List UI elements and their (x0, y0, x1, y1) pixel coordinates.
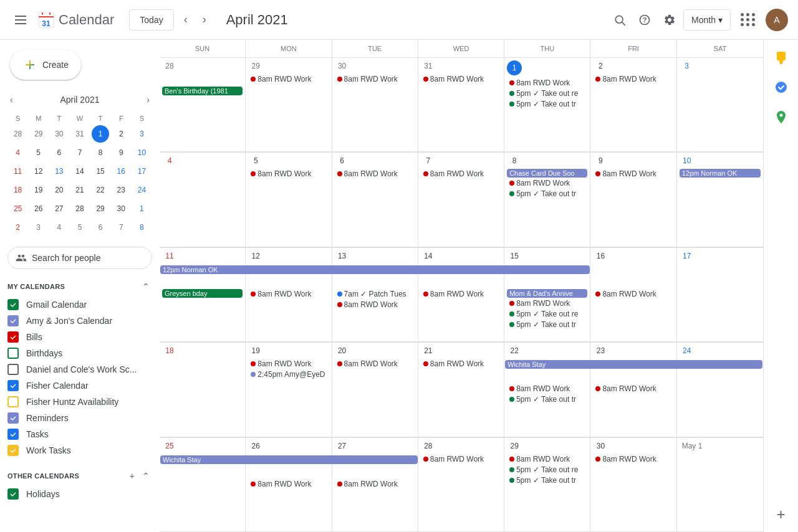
mini-day-6[interactable]: 6 (50, 144, 68, 161)
cell-apr14[interactable]: 14 8am RWD Work (418, 248, 504, 342)
mini-day-8[interactable]: 8 (92, 144, 109, 161)
event-rwd-apr22[interactable]: 8am RWD Work (507, 384, 587, 394)
date-apr9[interactable]: 9 (593, 155, 608, 166)
mini-day-30[interactable]: 30 (112, 200, 130, 217)
google-keep-button[interactable] (769, 45, 794, 70)
mini-day-5[interactable]: 5 (30, 144, 47, 161)
birthdays-checkbox[interactable] (7, 348, 19, 359)
reminders-checkbox[interactable] (7, 412, 19, 424)
date-apr3[interactable]: 3 (680, 60, 695, 72)
mini-day-28-mar[interactable]: 28 (9, 125, 27, 143)
mini-day-4[interactable]: 4 (9, 144, 27, 161)
mini-day-26[interactable]: 26 (30, 200, 47, 217)
other-cal-item-1[interactable]: Holidays (0, 486, 152, 502)
event-rwd-apr29[interactable]: 8am RWD Work (507, 454, 587, 464)
mini-day-30-mar[interactable]: 30 (50, 125, 68, 143)
mini-day-27[interactable]: 27 (50, 200, 68, 217)
cell-apr11[interactable]: 11 Greysen bday (160, 248, 246, 342)
mini-day-31-mar[interactable]: 31 (71, 125, 89, 143)
date-apr29[interactable]: 29 (507, 440, 522, 452)
cell-apr16[interactable]: 16 8am RWD Work (590, 248, 676, 342)
cal-item-fisher-huntz[interactable]: Fisher Huntz Availability (0, 394, 152, 410)
mini-day-17[interactable]: 17 (133, 163, 150, 180)
cal-item-work-tasks[interactable]: Work Tasks (0, 442, 152, 458)
other-calendars-toggle[interactable]: ⌃ (140, 468, 152, 483)
event-chase-card[interactable]: Chase Card Due Soo (507, 169, 587, 178)
event-takeout-apr1-1[interactable]: 5pm ✓ Take out re (507, 88, 587, 98)
cell-may1[interactable]: May 1 (677, 438, 763, 532)
event-mom-dad-anniversary[interactable]: Mom & Dad's Annive (507, 289, 587, 298)
event-rwd-apr28[interactable]: 8am RWD Work (421, 454, 501, 464)
cell-apr23[interactable]: 23 8am RWD Work (590, 343, 676, 437)
date-mar30[interactable]: 30 (335, 60, 350, 72)
event-takeout-apr15-1[interactable]: 5pm ✓ Take out re (507, 309, 587, 319)
cell-apr7[interactable]: 7 8am RWD Work (418, 153, 504, 247)
search-button[interactable] (608, 9, 631, 31)
mini-day-6-may[interactable]: 6 (92, 219, 109, 236)
cell-apr28[interactable]: 28 8am RWD Work (418, 438, 504, 532)
event-takeout-apr29-2[interactable]: 5pm ✓ Take out tr (507, 475, 587, 485)
date-apr21[interactable]: 21 (421, 345, 436, 356)
date-apr14[interactable]: 14 (421, 250, 436, 262)
event-rwd-mar29[interactable]: 8am RWD Work (248, 74, 329, 84)
event-patch-tue[interactable]: 7am ✓ Patch Tues (335, 289, 415, 299)
mini-prev-btn[interactable]: ‹ (7, 92, 16, 107)
event-rwd-apr9[interactable]: 8am RWD Work (593, 169, 673, 179)
cell-apr3[interactable]: 3 (677, 58, 763, 152)
date-apr5[interactable]: 5 (248, 155, 263, 166)
prev-month-button[interactable]: ‹ (179, 8, 193, 31)
event-norman-ok-10[interactable]: 12pm Norman OK (680, 169, 761, 178)
mini-day-3-may[interactable]: 3 (30, 219, 47, 236)
cell-apr22[interactable]: 22 8am RWD Work 5pm ✓ Take out tr (504, 343, 590, 437)
event-takeout-apr15-2[interactable]: 5pm ✓ Take out tr (507, 320, 587, 330)
add-sidebar-button[interactable]: + (769, 502, 794, 527)
date-mar31[interactable]: 31 (421, 60, 436, 72)
cal-item-fisher[interactable]: Fisher Calendar (0, 378, 152, 394)
date-apr24[interactable]: 24 (680, 345, 695, 356)
fisher-checkbox[interactable] (7, 380, 19, 391)
mini-day-29-mar[interactable]: 29 (30, 125, 47, 143)
event-takeout-apr1-2[interactable]: 5pm ✓ Take out tr (507, 99, 587, 109)
cell-apr12[interactable]: 12 8am RWD Work (246, 248, 332, 342)
add-other-calendars-btn[interactable]: + (127, 468, 137, 483)
event-rwd-apr20[interactable]: 8am RWD Work (335, 359, 415, 369)
cell-apr17[interactable]: 17 (677, 248, 763, 342)
date-apr19[interactable]: 19 (248, 345, 263, 356)
apps-button[interactable] (733, 6, 763, 34)
fisher-huntz-checkbox[interactable] (7, 396, 19, 407)
cell-apr1[interactable]: 1 8am RWD Work 5pm ✓ Take out re 5pm ✓ T… (504, 58, 590, 152)
event-takeout-apr22[interactable]: 5pm ✓ Take out tr (507, 394, 587, 404)
cal-item-amy[interactable]: Amy & Jon's Calendar (0, 313, 152, 329)
mini-day-22[interactable]: 22 (92, 181, 109, 199)
event-rwd-apr2[interactable]: 8am RWD Work (593, 74, 673, 84)
other-cal-checkbox-1[interactable] (7, 488, 19, 500)
event-bens-birthday[interactable]: Ben's Birthday (1981 (162, 87, 243, 95)
event-greysen-bday[interactable]: Greysen bday (162, 289, 243, 298)
event-rwd-apr8[interactable]: 8am RWD Work (507, 178, 587, 188)
cell-apr19[interactable]: 19 8am RWD Work 2:45pm Amy@EyeD (246, 343, 332, 437)
event-rwd-apr7[interactable]: 8am RWD Work (421, 169, 501, 179)
my-calendars-header[interactable]: My calendars ⌃ (0, 274, 160, 297)
mini-day-24[interactable]: 24 (133, 181, 150, 199)
help-button[interactable]: ? (633, 9, 656, 31)
cell-apr5[interactable]: 5 8am RWD Work (246, 153, 332, 247)
cell-apr25[interactable]: 25 (160, 438, 246, 532)
mini-day-10[interactable]: 10 (133, 144, 150, 161)
event-rwd-mar31[interactable]: 8am RWD Work (421, 74, 501, 84)
date-apr18[interactable]: 18 (162, 345, 177, 356)
today-button[interactable]: Today (129, 9, 173, 31)
mini-day-4-may[interactable]: 4 (50, 219, 68, 236)
cell-mar31[interactable]: 31 8am RWD Work (418, 58, 504, 152)
date-mar29[interactable]: 29 (248, 60, 263, 72)
mini-day-7[interactable]: 7 (71, 144, 89, 161)
create-button[interactable]: Create (10, 50, 81, 80)
date-apr6[interactable]: 6 (335, 155, 350, 166)
event-rwd-apr5[interactable]: 8am RWD Work (248, 169, 329, 179)
mini-day-16[interactable]: 16 (112, 163, 130, 180)
mini-day-11[interactable]: 11 (9, 163, 27, 180)
mini-day-1[interactable]: 1 (92, 125, 109, 143)
mini-day-15[interactable]: 15 (92, 163, 109, 180)
event-rwd-apr26[interactable]: 8am RWD Work (248, 479, 329, 489)
cell-apr18[interactable]: 18 (160, 343, 246, 437)
cal-item-daniel[interactable]: Daniel and Cole's Work Sc... (0, 361, 152, 378)
